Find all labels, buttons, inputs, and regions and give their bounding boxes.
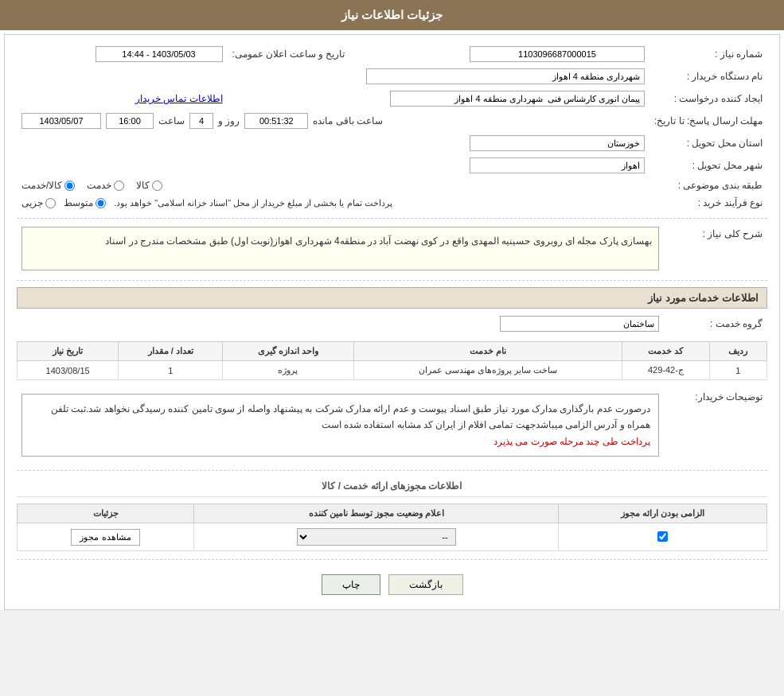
category-khedmat-label: خدمت (87, 180, 111, 191)
table-row: --مشاهده مجوز (18, 523, 767, 551)
time-input[interactable] (106, 113, 154, 129)
category-kala-khedmat-label: کالا/خدمت (21, 180, 62, 191)
category-label: طبقه بندی موضوعی : (649, 177, 767, 194)
category-options-cell: کالا خدمت کالا/خدمت (17, 177, 649, 194)
separator-3 (17, 470, 767, 471)
creator-label: ایجاد کننده درخواست : (649, 87, 767, 110)
purchase-note: پرداخت تمام یا بخشی از مبلغ خریدار از مح… (114, 198, 392, 208)
col-name: نام خدمت (353, 342, 622, 361)
main-content: شماره نیاز : تاریخ و ساعت اعلان عمومی: ن… (4, 34, 780, 610)
permits-section-title: اطلاعات مجوزهای ارائه خدمت / کالا (17, 476, 767, 497)
time-label: ساعت (158, 115, 185, 126)
category-kala: کالا (136, 180, 162, 191)
category-both-radio[interactable] (64, 181, 75, 191)
province-input[interactable] (470, 135, 645, 151)
permit-col-required: الزامی بودن ارائه مجوز (559, 504, 767, 523)
category-khedmat-radio[interactable] (114, 181, 124, 191)
col-row: ردیف (709, 342, 766, 361)
buyer-notes-label: توضیحات خریدار: (664, 387, 767, 464)
permit-col-status: اعلام وضعیت مجوز توسط نامین کننده (194, 504, 559, 523)
buyer-org-value-cell (17, 65, 649, 87)
page-header: جزئیات اطلاعات نیاز (0, 0, 784, 30)
deadline-row: ساعت باقی مانده روز و ساعت (17, 110, 649, 132)
need-number-value-cell (365, 43, 649, 65)
service-group-label: گروه خدمت : (664, 313, 767, 335)
permits-table: الزامی بودن ارائه مجوز اعلام وضعیت مجوز … (17, 504, 767, 551)
col-date: تاریخ نیاز (18, 342, 119, 361)
contact-link[interactable]: اطلاعات تماس خریدار (135, 93, 223, 104)
days-label: روز و (218, 115, 240, 126)
need-desc-label: شرح کلی نیاز : (664, 224, 767, 274)
need-desc-cell: بهسازی پارک مجله ای روبروی حسینیه المهدی… (17, 224, 664, 274)
city-label: شهر محل تحویل : (649, 154, 767, 177)
type-medium: متوسط (64, 197, 106, 208)
category-kala-radio[interactable] (152, 181, 162, 191)
category-khedmat: خدمت (87, 180, 124, 191)
need-number-label: شماره نیاز : (649, 43, 767, 65)
type-medium-radio[interactable] (96, 198, 106, 208)
buyer-org-input[interactable] (366, 68, 645, 84)
separator-1 (17, 218, 767, 219)
permit-status-select[interactable]: -- (297, 528, 456, 546)
col-quantity: تعداد / مقدار (119, 342, 223, 361)
type-medium-label: متوسط (64, 197, 93, 208)
creator-value-cell (228, 87, 649, 110)
type-partial-radio[interactable] (45, 198, 56, 208)
city-input[interactable] (470, 157, 645, 173)
need-description-box: بهسازی پارک مجله ای روبروی حسینیه المهدی… (21, 227, 659, 270)
remaining-label: ساعت باقی مانده (313, 115, 383, 126)
buyer-notes-text: درصورت عدم بارگذاری مدارک مورد نیاز طبق … (51, 403, 650, 430)
service-group-cell (17, 313, 664, 335)
contact-link-cell: اطلاعات تماس خریدار (17, 87, 228, 110)
creator-input[interactable] (390, 91, 645, 107)
page-title: جزئیات اطلاعات نیاز (341, 8, 443, 21)
services-table: ردیف کد خدمت نام خدمت واحد اندازه گیری ت… (17, 341, 767, 380)
announce-date-label: تاریخ و ساعت اعلان عمومی: (228, 43, 350, 65)
services-section-title: اطلاعات خدمات مورد نیاز (17, 287, 767, 309)
remaining-input[interactable] (244, 113, 308, 129)
category-kala-label: کالا (136, 180, 150, 191)
buyer-notes-link[interactable]: پرداخت طی چند مرحله صورت می پذیرد (493, 436, 650, 447)
page-container: جزئیات اطلاعات نیاز شماره نیاز : تاریخ و… (0, 0, 784, 610)
separator-2 (17, 280, 767, 281)
print-button[interactable]: چاپ (322, 574, 380, 595)
category-kala-khedmat: کالا/خدمت (21, 180, 75, 191)
announce-date-value-cell (17, 43, 228, 65)
date-input[interactable] (21, 113, 101, 129)
type-partial-label: جزیی (21, 197, 43, 208)
purchase-type-label: نوع فرآیند خرید : (649, 194, 767, 212)
days-input[interactable] (189, 113, 213, 129)
province-value-cell (17, 132, 649, 154)
type-partial: جزیی (21, 197, 56, 208)
permit-col-details: جزئیات (18, 504, 194, 523)
city-value-cell (17, 154, 649, 177)
back-button[interactable]: بازگشت (388, 574, 463, 595)
buyer-notes-cell: درصورت عدم بارگذاری مدارک مورد نیاز طبق … (17, 387, 664, 464)
description-table: شرح کلی نیاز : بهسازی پارک مجله ای روبرو… (17, 224, 767, 274)
col-code: کد خدمت (622, 342, 709, 361)
buyer-org-label: نام دستگاه خریدار : (649, 65, 767, 87)
purchase-type-row: پرداخت تمام یا بخشی از مبلغ خریدار از مح… (17, 194, 649, 212)
service-group-table: گروه خدمت : (17, 313, 767, 335)
buyer-notes-box: درصورت عدم بارگذاری مدارک مورد نیاز طبق … (21, 394, 659, 457)
table-row: 1ج-42-429ساخت سایر پروژه‌های مهندسی عمرا… (18, 361, 767, 380)
province-label: استان محل تحویل : (649, 132, 767, 154)
bottom-buttons: بازگشت چاپ (17, 565, 767, 601)
separator-4 (17, 559, 767, 560)
service-group-input[interactable] (500, 316, 659, 332)
need-number-input[interactable] (470, 46, 645, 62)
view-permit-button[interactable]: مشاهده مجوز (71, 529, 139, 546)
deadline-label: مهلت ارسال پاسخ: تا تاریخ: (649, 110, 767, 132)
notes-table: توضیحات خریدار: درصورت عدم بارگذاری مدار… (17, 387, 767, 464)
basic-info-table: شماره نیاز : تاریخ و ساعت اعلان عمومی: ن… (17, 43, 767, 212)
col-unit: واحد اندازه گیری (223, 342, 353, 361)
announce-date-input[interactable] (96, 46, 223, 62)
permit-required-checkbox[interactable] (657, 531, 668, 542)
